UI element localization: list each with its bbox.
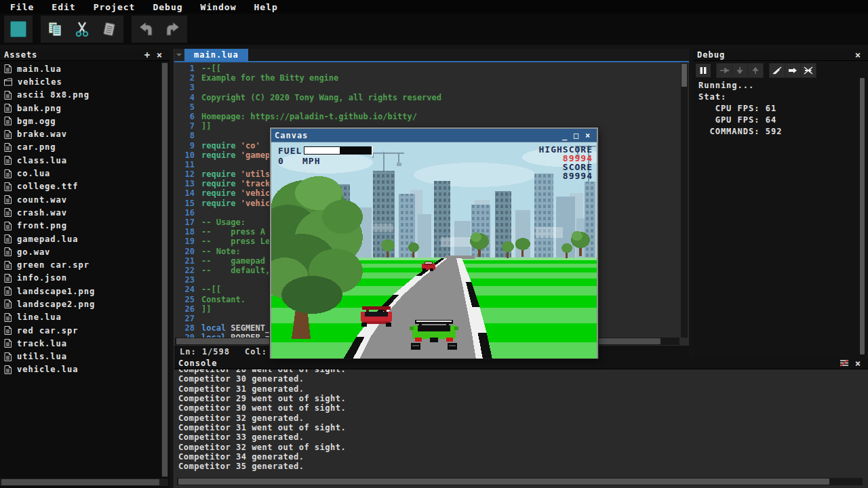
code-line[interactable]: 5 [174,102,679,112]
menu-window[interactable]: Window [192,0,245,14]
asset-label: main.lua [17,64,62,74]
cut-button[interactable] [69,17,95,41]
file-icon [4,300,12,308]
assets-vscrollbar[interactable] [161,62,168,477]
asset-item-class-lua[interactable]: class.lua [0,154,161,167]
asset-item-car-png[interactable]: car.png [0,141,161,154]
debug-line: COMMANDS: 592 [698,126,857,138]
line-text: require 'co' [201,141,260,150]
assets-vscroll-thumb[interactable] [162,63,167,476]
asset-item-ascii-8x8-png[interactable]: ascii 8x8.png [0,89,161,102]
asset-label: landscape2.png [17,300,95,309]
asset-item-info-json[interactable]: info.json [0,272,161,285]
tab-main-lua[interactable]: main.lua [184,49,248,61]
asset-item-bank-png[interactable]: bank.png [0,102,161,115]
maximize-button[interactable]: □ [570,130,582,141]
step-group [716,63,764,78]
editor-vscroll-thumb[interactable] [682,64,687,87]
clear-breakpoints-button[interactable] [801,64,816,77]
menu-project[interactable]: Project [85,0,144,14]
close-canvas-button[interactable]: × [582,130,593,141]
code-line[interactable]: 2 Example for the Bitty engine [174,73,679,83]
asset-item-count-wav[interactable]: count.wav [0,193,161,206]
asset-item-green-car-spr[interactable]: green car.spr [0,258,161,271]
canvas-title: Canvas [275,131,308,140]
asset-item-front-png[interactable]: front.png [0,220,161,232]
undo-button[interactable] [133,17,159,41]
close-debug-button[interactable]: × [852,49,864,60]
paste-button[interactable] [96,17,122,41]
game-canvas[interactable]: FUEL 0 MPH HIGHSCORE 89994 SCORE 89994 [271,142,597,359]
minimize-button[interactable]: _ [559,130,570,141]
debug-line: Stat: [698,92,857,103]
menu-help[interactable]: Help [245,0,287,14]
file-icon [4,169,12,178]
tab-underline [174,61,689,62]
continue-button[interactable] [785,64,800,77]
asset-item-landscape2-png[interactable]: landscape2.png [0,298,161,310]
step-into-button[interactable] [732,64,747,77]
file-icon [4,247,12,256]
asset-item-vehicles[interactable]: vehicles [0,75,161,88]
debug-vscrollbar[interactable] [859,77,865,355]
asset-item-utils-lua[interactable]: utils.lua [0,350,161,363]
assets-hscroll-thumb[interactable] [1,479,159,485]
menu-debug[interactable]: Debug [144,0,191,14]
console-title: Console [178,359,218,368]
menu-file[interactable]: File [1,0,43,14]
code-line[interactable]: 1 --[[ [174,64,679,73]
step-over-button[interactable] [717,64,732,77]
debug-line: Running... [698,80,857,92]
line-number: 9 [174,141,195,150]
asset-item-landscape1-png[interactable]: landscape1.png [0,285,161,298]
console-hscrollbar[interactable] [177,478,863,485]
code-line[interactable]: 4 Copyright (C) 2020 Tony Wang, all righ… [174,93,679,102]
file-icon [4,91,12,100]
redo-button[interactable] [160,17,186,41]
asset-item-track-lua[interactable]: track.lua [0,337,161,350]
menu-edit[interactable]: Edit [43,0,84,14]
clear-log-icon [840,359,849,367]
code-line[interactable]: 6 Homepage: https://paladin-t.github.io/… [174,112,679,121]
add-asset-button[interactable]: + [141,49,153,60]
line-number: 14 [174,188,195,198]
line-text: --[[ [201,64,221,73]
console-hscroll-thumb[interactable] [178,479,829,485]
asset-item-crash-wav[interactable]: crash.wav [0,206,161,219]
asset-item-line-lua[interactable]: line.lua [0,311,161,324]
copy-icon [46,20,64,38]
clear-console-button[interactable] [837,358,852,369]
line-number: 8 [174,131,195,140]
editor-vscrollbar[interactable] [681,62,688,338]
line-number: 4 [174,93,195,102]
copy-button[interactable] [42,17,68,41]
console-line: Competitor 30 went out of sight. [178,403,861,413]
asset-item-bgm-ogg[interactable]: bgm.ogg [0,115,161,127]
asset-item-go-wav[interactable]: go.wav [0,245,161,258]
pause-button[interactable] [696,64,711,77]
asset-label: class.lua [17,156,67,165]
run-icon [10,21,26,37]
line-number: 25 [174,295,195,304]
asset-item-vehicle-lua[interactable]: vehicle.lua [0,363,161,376]
asset-item-red-car-spr[interactable]: red car.spr [0,324,161,337]
asset-item-brake-wav[interactable]: brake.wav [0,127,161,140]
canvas-titlebar[interactable]: Canvas _ □ × [271,129,597,142]
toolbar-group-run [4,16,33,43]
run-button[interactable] [5,17,31,41]
toggle-breakpoint-button[interactable] [770,64,785,77]
asset-item-co-lua[interactable]: co.lua [0,167,161,180]
debug-output: Running...Stat: CPU FPS: 61 GPU FPS: 64 … [698,80,857,355]
close-assets-button[interactable]: × [153,49,165,60]
code-line[interactable]: 3 [174,83,679,92]
assets-hscrollbar[interactable] [0,479,168,486]
step-into-icon [736,66,744,75]
debug-vscroll-thumb[interactable] [860,78,865,354]
tab-list-dropdown-icon[interactable] [174,49,184,61]
asset-item-gamepad-lua[interactable]: gamepad.lua [0,232,161,245]
asset-item-main-lua[interactable]: main.lua [0,62,161,75]
line-number: 19 [174,237,195,246]
asset-item-college-ttf[interactable]: college.ttf [0,180,161,193]
step-out-button[interactable] [748,64,763,77]
close-console-button[interactable]: × [852,358,864,369]
